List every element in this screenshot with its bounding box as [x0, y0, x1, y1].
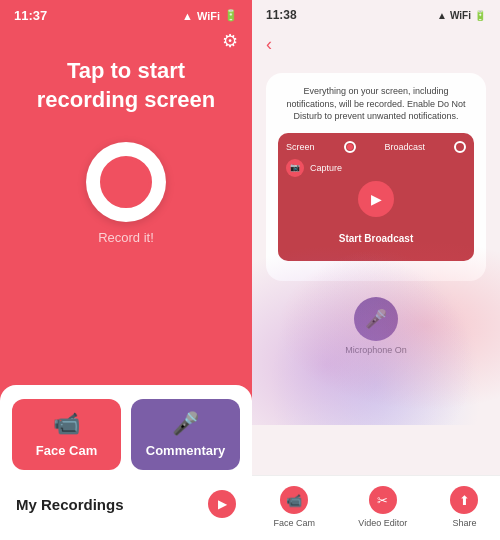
commentary-button[interactable]: 🎤 Commentary — [131, 399, 240, 470]
nav-item-share[interactable]: ⬆ Share — [450, 486, 478, 528]
back-button[interactable]: ‹ — [252, 26, 500, 63]
broadcast-dialog: Everything on your screen, including not… — [266, 73, 486, 281]
time-right: 11:38 — [266, 8, 297, 22]
face-cam-nav-label: Face Cam — [274, 518, 316, 528]
signal-icon: ▲ — [182, 10, 193, 22]
right-panel: 11:38 ▲ WiFi 🔋 ‹ Everything on your scre… — [252, 0, 500, 540]
record-button[interactable] — [86, 142, 166, 222]
signal-icon-right: ▲ — [437, 10, 447, 21]
left-panel: 11:37 ▲ WiFi 🔋 ⚙ Tap to start recording … — [0, 0, 252, 540]
record-label: Record it! — [98, 230, 154, 245]
bottom-section: 📹 Face Cam 🎤 Commentary My Recordings ▶ — [0, 385, 252, 540]
play-broadcast-button[interactable]: ▶ — [358, 181, 394, 217]
commentary-label: Commentary — [146, 443, 225, 458]
broadcast-option-screen: Screen Broadcast — [286, 141, 466, 153]
face-cam-nav-icon: 📹 — [280, 486, 308, 514]
camera-option-icon: 📷 — [286, 159, 304, 177]
broadcast-radio[interactable] — [454, 141, 466, 153]
status-icons-right: ▲ WiFi 🔋 — [437, 10, 486, 21]
wifi-icon-right: WiFi — [450, 10, 471, 21]
nav-item-video-editor[interactable]: ✂ Video Editor — [358, 486, 407, 528]
play-icon: ▶ — [218, 497, 227, 511]
broadcast-options: Screen Broadcast 📷 Capture ▶ Start Broad… — [278, 133, 474, 261]
bottom-nav: 📹 Face Cam ✂ Video Editor ⬆ Share — [252, 475, 500, 540]
main-title: Tap to start recording screen — [0, 57, 252, 114]
nav-item-face-cam[interactable]: 📹 Face Cam — [274, 486, 316, 528]
mic-on-icon: 🎤 — [365, 308, 387, 330]
video-editor-nav-icon: ✂ — [369, 486, 397, 514]
status-bar-right: 11:38 ▲ WiFi 🔋 — [252, 0, 500, 26]
share-nav-label: Share — [452, 518, 476, 528]
settings-button[interactable]: ⚙ — [222, 30, 238, 52]
face-cam-icon: 📹 — [53, 411, 80, 437]
back-chevron-icon: ‹ — [266, 34, 272, 54]
status-bar-left: 11:37 ▲ WiFi 🔋 — [0, 0, 252, 27]
record-inner-circle — [100, 156, 152, 208]
battery-icon: 🔋 — [224, 9, 238, 22]
recordings-play-button[interactable]: ▶ — [208, 490, 236, 518]
share-nav-icon: ⬆ — [450, 486, 478, 514]
recordings-row: My Recordings ▶ — [12, 482, 240, 526]
broadcast-notice: Everything on your screen, including not… — [278, 85, 474, 123]
phone-content: Everything on your screen, including not… — [252, 63, 500, 475]
mic-button[interactable]: 🎤 — [354, 297, 398, 341]
mic-status-label: Microphone On — [345, 345, 407, 355]
screen-label: Screen — [286, 142, 315, 152]
action-buttons: 📹 Face Cam 🎤 Commentary — [12, 399, 240, 470]
start-broadcast-button[interactable]: Start Broadcast — [286, 221, 466, 253]
face-cam-label: Face Cam — [36, 443, 97, 458]
wifi-icon: WiFi — [197, 10, 220, 22]
screen-radio[interactable] — [344, 141, 356, 153]
recordings-label: My Recordings — [16, 496, 124, 513]
face-cam-button[interactable]: 📹 Face Cam — [12, 399, 121, 470]
broadcast-label: Broadcast — [384, 142, 425, 152]
video-editor-nav-label: Video Editor — [358, 518, 407, 528]
capture-label: Capture — [310, 163, 342, 173]
play-icon-large: ▶ — [371, 191, 382, 207]
status-icons-left: ▲ WiFi 🔋 — [182, 9, 238, 22]
record-button-area: Record it! — [86, 142, 166, 245]
mic-section: 🎤 Microphone On — [345, 297, 407, 355]
start-broadcast-label: Start Broadcast — [339, 233, 413, 244]
battery-icon-right: 🔋 — [474, 10, 486, 21]
time-left: 11:37 — [14, 8, 47, 23]
mic-icon: 🎤 — [172, 411, 199, 437]
